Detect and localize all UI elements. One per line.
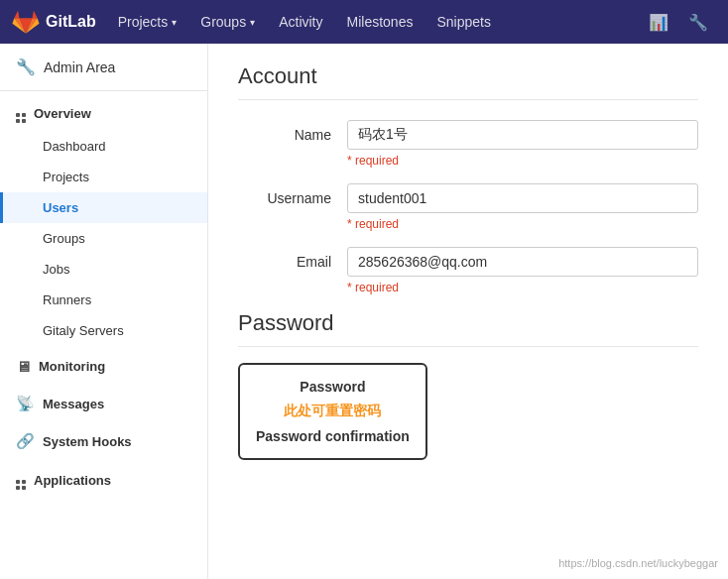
password-confirmation-label: Password confirmation — [256, 428, 410, 444]
sidebar-item-runners[interactable]: Runners — [0, 285, 207, 315]
main-content: Account Name * required Username * requi… — [208, 44, 728, 579]
hooks-icon: 🔗 — [16, 432, 35, 450]
monitor-icon: 🖥 — [16, 358, 31, 375]
username-field: * required — [347, 183, 698, 231]
password-highlight-box: Password 此处可重置密码 Password confirmation — [238, 363, 427, 460]
email-label: Email — [238, 247, 347, 270]
form-row-email: Email * required — [238, 247, 698, 294]
sidebar-item-groups[interactable]: Groups — [0, 223, 207, 254]
top-navigation: GitLab Projects ▾ Groups ▾ Activity Mile… — [0, 0, 728, 44]
form-row-username: Username * required — [238, 183, 698, 231]
sidebar-section-messages[interactable]: 📡 Messages — [0, 383, 207, 420]
gitlab-logo-icon — [12, 8, 40, 36]
logo[interactable]: GitLab — [12, 8, 96, 36]
username-label: Username — [238, 183, 347, 206]
email-hint: * required — [347, 281, 698, 294]
stats-icon[interactable]: 📊 — [641, 7, 676, 38]
form-row-name: Name * required — [238, 120, 698, 168]
nav-activity[interactable]: Activity — [269, 8, 332, 36]
nav-milestones[interactable]: Milestones — [337, 8, 424, 36]
nav-groups[interactable]: Groups ▾ — [190, 8, 265, 36]
nav-projects[interactable]: Projects ▾ — [108, 8, 187, 36]
sidebar: 🔧 Admin Area Overview Dashboard Projects… — [0, 44, 208, 579]
messages-icon: 📡 — [16, 395, 35, 412]
sidebar-item-users[interactable]: Users — [0, 192, 207, 223]
overview-icon — [16, 103, 26, 123]
sidebar-item-jobs[interactable]: Jobs — [0, 254, 207, 285]
chevron-down-icon: ▾ — [172, 17, 177, 28]
applications-icon — [16, 470, 26, 490]
account-heading: Account — [238, 63, 698, 100]
username-hint: * required — [347, 217, 698, 231]
watermark: https://blog.csdn.net/luckybeggar — [558, 557, 718, 569]
wrench-icon: 🔧 — [16, 58, 36, 76]
sidebar-section-applications[interactable]: Applications — [0, 458, 207, 498]
nav-snippets[interactable]: Snippets — [426, 8, 500, 36]
password-heading: Password — [238, 310, 698, 347]
name-hint: * required — [347, 154, 698, 168]
sidebar-item-projects[interactable]: Projects — [0, 162, 207, 192]
sidebar-item-gitaly-servers[interactable]: Gitaly Servers — [0, 315, 207, 346]
email-field: * required — [347, 247, 698, 294]
main-layout: 🔧 Admin Area Overview Dashboard Projects… — [0, 44, 728, 579]
sidebar-section-system-hooks[interactable]: 🔗 System Hooks — [0, 420, 207, 458]
sidebar-section-overview[interactable]: Overview — [0, 91, 207, 131]
sidebar-item-dashboard[interactable]: Dashboard — [0, 131, 207, 162]
logo-text: GitLab — [46, 13, 96, 31]
sidebar-section-monitoring[interactable]: 🖥 Monitoring — [0, 346, 207, 383]
username-input[interactable] — [347, 183, 698, 213]
password-box-label: Password — [256, 379, 410, 395]
sidebar-admin-header[interactable]: 🔧 Admin Area — [0, 44, 207, 91]
admin-area-label: Admin Area — [44, 59, 115, 75]
chevron-down-icon: ▾ — [250, 17, 255, 28]
name-field: * required — [347, 120, 698, 168]
name-label: Name — [238, 120, 347, 143]
name-input[interactable] — [347, 120, 698, 150]
email-input[interactable] — [347, 247, 698, 277]
password-reset-note: 此处可重置密码 — [256, 403, 410, 420]
settings-icon[interactable]: 🔧 — [680, 7, 716, 38]
